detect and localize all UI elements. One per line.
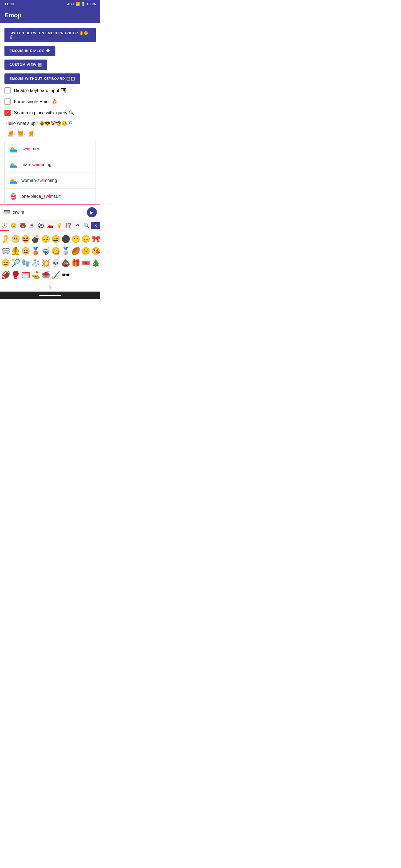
force-single-emoji-label: Force single Emoji 🔥 [14, 99, 57, 104]
emoji-cell[interactable]: 🧦 [31, 257, 41, 269]
home-bar-line [39, 295, 61, 296]
cat-activity[interactable]: ⚽ [36, 221, 46, 230]
emoji-cell[interactable]: 🎗️ [1, 233, 10, 245]
app-title: Emoji [4, 12, 21, 19]
signal-text: 4G+ [67, 2, 74, 6]
search-in-place-checkbox[interactable] [4, 110, 10, 116]
autocomplete-emoji-0: 🏊 [9, 145, 18, 153]
emoji-cell[interactable]: 🎟️ [81, 257, 91, 269]
content-area: SWITCH BETWEEN EMOJI PROVIDER 🤩😂🗿 EMOJIS… [0, 23, 100, 205]
cat-animal[interactable]: 🐻 [18, 221, 27, 230]
cat-symbols[interactable]: ⁉️ [64, 221, 73, 230]
emoji-cell[interactable]: 🏈 [1, 269, 10, 281]
cat-delete-btn[interactable]: ✕ [91, 221, 100, 230]
hello-text: Hello what's up? 🤓😎🤡🤠😏🎾 [4, 121, 96, 126]
autocomplete-label-0: swimmer [22, 146, 39, 151]
disable-keyboard-checkbox[interactable] [4, 87, 10, 93]
emoji-cell[interactable]: 🥊 [10, 269, 21, 281]
autocomplete-label-1: man-swimming [22, 162, 52, 167]
chevron-row: ∨ [0, 282, 100, 291]
emoji-cat-bar: 🕐 🙂 🐻 ☕ ⚽ 🚗 💡 ⁉️ 🏳 🔍 ✕ [0, 219, 100, 232]
emoji-cell[interactable]: 😄 [51, 233, 61, 245]
autocomplete-item-swimmer[interactable]: 🏊 swimmer [5, 141, 95, 157]
app-bar: Emoji [0, 8, 100, 23]
signal-icon: 📶 [76, 2, 80, 6]
force-single-emoji-row: Force single Emoji 🔥 [4, 98, 96, 104]
keyboard-toggle-icon[interactable]: ⌨ [3, 209, 10, 215]
emojis-no-keyboard-button[interactable]: EMOJIS WITHOUT KEYBOARD 🔳🔳 [4, 73, 80, 84]
autocomplete-emoji-3: 👙 [9, 192, 18, 200]
emoji-cell[interactable]: 🎀 [91, 233, 100, 245]
autocomplete-item-swimsuit[interactable]: 👙 one-piece_swimsuit [5, 189, 95, 204]
emoji-cell[interactable]: 🕶️ [61, 269, 71, 281]
autocomplete-label-3: one-piece_swimsuit [22, 194, 61, 199]
emoji-cell[interactable]: 💣 [31, 233, 41, 245]
autocomplete-emoji-2: 🏊 [9, 177, 18, 184]
autocomplete-list: 🏊 swimmer 🏊 man-swimming 🏊 woman-swimmin… [4, 141, 96, 205]
emoji-cell[interactable]: 😬 [10, 233, 21, 245]
emoji-cell[interactable]: 🥽 [1, 245, 10, 257]
emoji-cell[interactable]: 🥈 [61, 245, 71, 257]
battery-icon: 🔋 [81, 2, 85, 6]
cat-face[interactable]: 🙂 [9, 221, 18, 230]
emoji-cell[interactable]: 💥 [41, 257, 51, 269]
status-bar: 11:00 4G+ 📶 🔋 100% [0, 0, 100, 8]
cat-travel[interactable]: 🚗 [46, 221, 55, 230]
beer-row: 🍺🍺🍺 [4, 128, 96, 137]
emoji-cell[interactable]: 😑 [1, 257, 10, 269]
home-bar [0, 291, 100, 299]
input-bar: ⌨ ▶ [0, 205, 100, 219]
send-icon: ▶ [90, 210, 93, 215]
emoji-cell[interactable]: 😘 [91, 245, 100, 257]
search-in-place-label: Search in place with :query 🔍 [14, 110, 74, 116]
chevron-down-icon: ∨ [49, 284, 52, 290]
cat-search[interactable]: 🔍 [82, 221, 91, 230]
autocomplete-emoji-1: 🏊 [9, 161, 18, 168]
emoji-cell[interactable]: 😶 [71, 233, 81, 245]
emoji-cell[interactable]: 💀 [51, 257, 61, 269]
cat-objects[interactable]: 💡 [55, 221, 64, 230]
emoji-search-input[interactable] [13, 210, 85, 215]
emoji-cell[interactable]: ⛳ [31, 269, 41, 281]
status-time: 11:00 [4, 2, 13, 6]
emoji-cell[interactable]: 🥅 [21, 269, 31, 281]
emoji-cell[interactable]: 😔 [41, 233, 51, 245]
force-single-emoji-checkbox[interactable] [4, 98, 10, 104]
emoji-cell[interactable]: 🦺 [10, 245, 21, 257]
cat-recent[interactable]: 🕐 [0, 221, 9, 230]
delete-icon: ✕ [91, 222, 100, 229]
emoji-cell[interactable]: 🥌 [41, 269, 51, 281]
search-in-place-row: Search in place with :query 🔍 [4, 110, 96, 116]
emoji-cell[interactable]: 🎄 [91, 257, 100, 269]
autocomplete-label-2: woman-swimming [22, 178, 57, 183]
emoji-cell[interactable]: 🎾 [10, 257, 21, 269]
emoji-cell[interactable]: 🏉 [71, 245, 81, 257]
emoji-cell[interactable]: 🎁 [71, 257, 81, 269]
emoji-cell[interactable]: 😋 [51, 245, 61, 257]
emojis-dialog-button[interactable]: EMOJIS IN DIALOG 💬 [4, 45, 55, 56]
cat-flags[interactable]: 🏳 [73, 221, 82, 230]
custom-view-button[interactable]: CUSTOM VIEW 🖼️ [4, 60, 47, 70]
battery-text: 100% [87, 2, 96, 6]
emoji-cell[interactable]: 🤿 [41, 245, 51, 257]
disable-keyboard-row: Disable keyboard input 🎹 [4, 87, 96, 93]
emoji-cell[interactable]: 💩 [61, 257, 71, 269]
emoji-cell[interactable]: 🤫 [81, 245, 91, 257]
emoji-cell[interactable]: 🧤 [21, 257, 31, 269]
emoji-cell[interactable]: ⚫ [61, 233, 71, 245]
emoji-cell[interactable]: 🏑 [51, 269, 61, 281]
switch-provider-button[interactable]: SWITCH BETWEEN EMOJI PROVIDER 🤩😂🗿 [4, 28, 96, 42]
emoji-cell[interactable]: 😞 [81, 233, 91, 245]
status-right: 4G+ 📶 🔋 100% [67, 2, 96, 6]
cat-food[interactable]: ☕ [27, 221, 36, 230]
send-button[interactable]: ▶ [87, 207, 97, 217]
disable-keyboard-label: Disable keyboard input 🎹 [14, 88, 66, 93]
emoji-grid: 🎗️ 😬 😆 💣 😔 😄 ⚫ 😶 😞 🎀 🥽 🦺 😐 🥉 🤿 😋 🥈 🏉 🤫 😘… [0, 232, 100, 282]
emoji-cell[interactable]: 🥉 [31, 245, 41, 257]
autocomplete-item-man-swimming[interactable]: 🏊 man-swimming [5, 157, 95, 173]
emoji-cell[interactable]: 😐 [21, 245, 31, 257]
emoji-cell[interactable]: 😆 [21, 233, 31, 245]
autocomplete-item-woman-swimming[interactable]: 🏊 woman-swimming [5, 173, 95, 189]
